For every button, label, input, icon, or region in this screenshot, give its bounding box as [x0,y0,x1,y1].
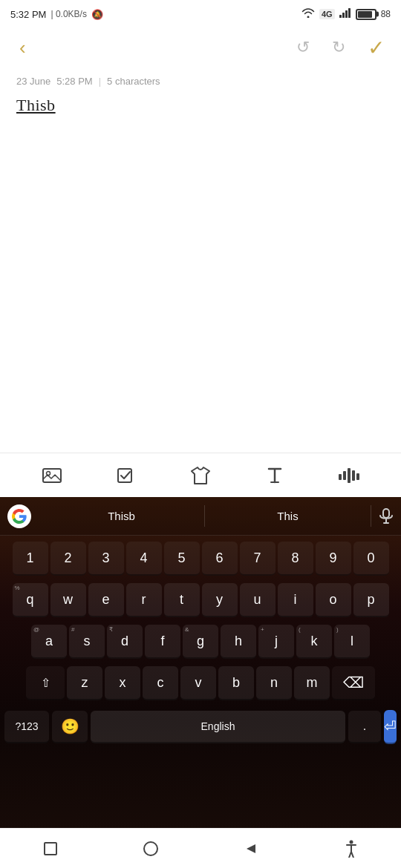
key-4[interactable]: 4 [126,542,162,576]
key-e[interactable]: e [88,583,124,617]
meta-separator: | [99,76,101,87]
key-z[interactable]: z [67,666,102,700]
key-0[interactable]: 0 [353,542,389,576]
key-k[interactable]: (k [296,625,332,659]
key-n[interactable]: n [256,666,292,700]
text-format-button[interactable] [257,458,293,493]
note-meta: 23 June 5:28 PM | 5 characters [16,76,385,87]
note-date: 23 June [16,76,50,87]
key-l[interactable]: )l [334,625,370,659]
key-7[interactable]: 7 [240,542,276,576]
nav-home-button[interactable] [128,832,173,865]
image-insert-button[interactable] [34,458,70,493]
svg-rect-9 [348,468,351,483]
data-speed: | 0.0KB/s [50,9,86,19]
key-d[interactable]: ₹d [107,625,143,659]
keyboard: Thisb This 1 2 3 4 5 6 7 8 9 0 %q [0,497,401,868]
note-content[interactable]: Thisb [16,96,385,115]
key-t[interactable]: t [164,583,200,617]
key-w[interactable]: w [50,583,86,617]
toolbar: ‹ ↺ ↻ ✓ [0,27,401,68]
status-left: 5:32 PM | 0.0KB/s 🔕 [10,9,103,20]
asdf-row: @a #s ₹d f &g h +j (k )l [0,622,401,662]
key-u[interactable]: u [240,583,276,617]
svg-rect-10 [352,470,355,481]
char-count: 5 characters [107,76,160,87]
key-a[interactable]: @a [31,625,67,659]
key-g[interactable]: &g [183,625,218,659]
microphone-button[interactable] [371,508,401,525]
suggestions-row: Thisb This [0,497,401,536]
key-y[interactable]: y [202,583,238,617]
key-m[interactable]: m [294,666,330,700]
shirt-icon-button[interactable] [183,458,218,493]
key-2[interactable]: 2 [50,542,86,576]
svg-rect-12 [383,509,389,518]
svg-marker-17 [247,844,255,853]
svg-point-16 [144,842,157,855]
key-i[interactable]: i [278,583,313,617]
svg-rect-15 [45,843,56,855]
audio-levels-button[interactable] [331,458,367,493]
key-r[interactable]: r [126,583,162,617]
svg-rect-0 [339,15,342,18]
nav-accessibility-button[interactable] [329,832,374,865]
key-v[interactable]: v [180,666,216,700]
status-bar: 5:32 PM | 0.0KB/s 🔕 4G 8 [0,0,401,27]
redo-button[interactable]: ↻ [329,35,348,60]
key-1[interactable]: 1 [13,542,48,576]
number-row: 1 2 3 4 5 6 7 8 9 0 [0,539,401,579]
key-9[interactable]: 9 [316,542,351,576]
symbol-key[interactable]: ?123 [4,711,49,743]
save-check-button[interactable]: ✓ [365,33,388,63]
keyboard-bottom-row: ?123 🙂 English . ⏎ [0,708,401,746]
android-nav-bar [0,828,401,868]
google-logo [7,504,31,528]
key-p[interactable]: p [353,583,389,617]
mute-icon: 🔕 [91,9,103,20]
svg-rect-4 [43,469,61,482]
toolbar-right: ↺ ↻ ✓ [293,33,388,63]
checkbox-insert-button[interactable] [108,458,144,493]
backspace-key[interactable]: ⌫ [332,666,375,700]
svg-rect-1 [342,13,345,18]
key-o[interactable]: o [316,583,351,617]
dot-key[interactable]: . [348,711,381,743]
key-3[interactable]: 3 [88,542,124,576]
key-6[interactable]: 6 [202,542,238,576]
qwerty-row: %q w e r t y u i o p [0,580,401,620]
undo-button[interactable]: ↺ [293,35,313,60]
status-right: 4G 88 [301,7,391,21]
svg-rect-8 [343,471,346,480]
svg-point-18 [349,840,353,844]
note-area[interactable]: 23 June 5:28 PM | 5 characters Thisb [0,68,401,122]
back-button[interactable]: ‹ [13,33,32,62]
suggestion-2[interactable]: This [205,505,371,527]
key-c[interactable]: c [143,666,178,700]
bottom-toolbar [0,453,401,497]
svg-rect-11 [356,473,359,480]
key-s[interactable]: #s [69,625,105,659]
key-j[interactable]: +j [258,625,294,659]
battery-level: 88 [381,9,391,19]
suggestion-1[interactable]: Thisb [39,505,205,527]
key-q[interactable]: %q [13,583,48,617]
battery-icon [356,9,376,20]
key-x[interactable]: x [105,666,140,700]
key-f[interactable]: f [145,625,180,659]
svg-rect-2 [345,10,348,18]
key-b[interactable]: b [218,666,254,700]
nav-stop-button[interactable] [28,832,73,865]
language-key[interactable]: English [91,711,345,743]
emoji-key[interactable]: 🙂 [52,711,88,743]
key-8[interactable]: 8 [278,542,313,576]
enter-key[interactable]: ⏎ [384,710,397,744]
shift-key[interactable]: ⇧ [26,666,65,700]
signal-icon [339,7,351,21]
nav-back-button[interactable] [229,832,273,865]
key-h[interactable]: h [221,625,256,659]
key-5[interactable]: 5 [164,542,200,576]
key-rows: 1 2 3 4 5 6 7 8 9 0 %q w e r t y u i o p [0,536,401,708]
svg-rect-6 [118,469,131,482]
battery-fill [358,11,372,18]
